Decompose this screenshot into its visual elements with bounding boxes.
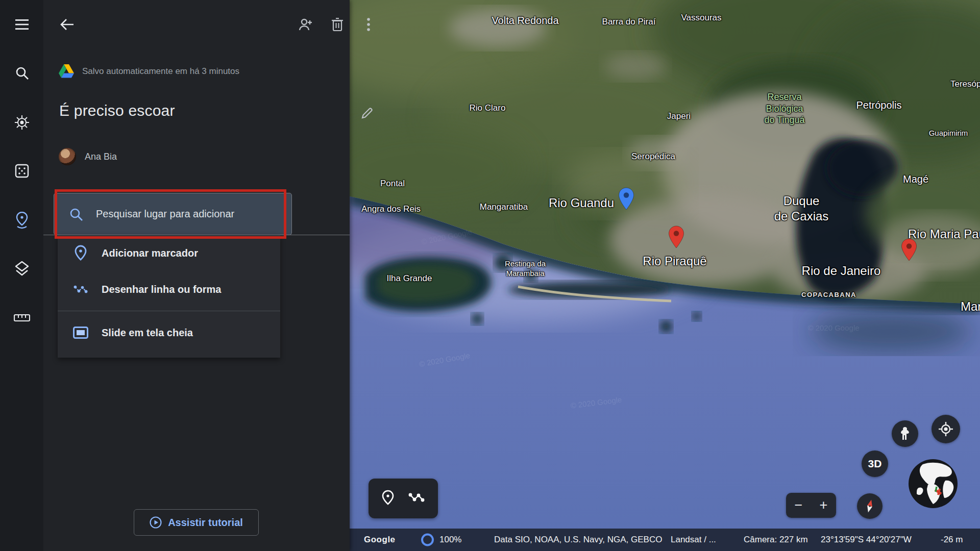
map-status-bar: Google 100% Data SIO, NOAA, U.S. Navy, N… (350, 529, 980, 551)
my-location-icon (939, 422, 953, 436)
project-title: É preciso escoar (59, 102, 175, 119)
voyager-wheel-icon (14, 115, 30, 130)
globe-overview-button[interactable] (908, 458, 959, 509)
add-placemark-icon (73, 245, 88, 261)
sidebar-item-measure[interactable] (0, 302, 43, 334)
data-source-ring-icon[interactable] (421, 534, 434, 546)
map-label: Petrópolis (856, 99, 902, 112)
map-label: Rio Claro (470, 103, 506, 113)
autosave-text: Salvo automaticamente em há 3 minutos (82, 66, 239, 77)
map-label: Rio Maria Pau (908, 227, 980, 242)
map-label: Mangaratiba (480, 202, 528, 212)
pencil-icon (361, 107, 373, 119)
projects-pin-icon (14, 212, 30, 229)
zoom-in-button[interactable]: + (811, 493, 836, 518)
main-menu-button[interactable] (0, 8, 43, 41)
imagery-zoom-percent: 100% (439, 535, 461, 545)
edit-title-button[interactable] (355, 101, 379, 126)
back-button[interactable] (55, 12, 79, 37)
person-add-icon (299, 18, 313, 31)
google-earth-app: Volta RedondaBarra do PiraíVassourasTere… (0, 0, 980, 551)
map-copyright-watermark: © 2020 Google (419, 351, 471, 368)
search-place-input[interactable]: Pesquisar lugar para adicionar (54, 193, 292, 235)
compass-button[interactable] (857, 493, 883, 519)
map-label: Angra dos Reis (361, 204, 421, 214)
my-location-button[interactable] (932, 415, 960, 443)
map-label: Volta Redonda (492, 14, 558, 27)
menu-item-draw-line[interactable]: Desenhar linha ou forma (58, 271, 280, 307)
placemark-tool-icon[interactable] (381, 490, 395, 507)
map-label: Rio de Janeiro (802, 263, 881, 279)
search-icon (69, 208, 83, 221)
map-label: Magé (903, 173, 928, 186)
map-label: Rio Guandu (549, 195, 614, 211)
3d-label: 3D (868, 458, 882, 470)
layers-icon (14, 261, 30, 277)
sidebar-item-search[interactable] (0, 57, 43, 89)
more-options-button[interactable] (356, 12, 381, 37)
sidebar-item-feeling-lucky[interactable] (0, 155, 43, 187)
google-logo: Google (364, 535, 396, 545)
measure-ruler-icon (14, 313, 30, 322)
map-label: Restinga daMarambaia (505, 259, 546, 279)
map-label: COPACABANA (801, 291, 856, 299)
trash-icon (332, 18, 343, 31)
cursor-elevation: -26 m (941, 535, 963, 545)
draw-line-tool-icon[interactable] (408, 492, 425, 505)
watch-tutorial-button[interactable]: Assistir tutorial (134, 509, 259, 536)
menu-item-label: Adicionar marcador (102, 247, 198, 259)
pegman-button[interactable] (892, 420, 918, 447)
map-label: Rio Piraquê (643, 254, 706, 269)
attribution-data: Data SIO, NOAA, U.S. Navy, NGA, GEBCO (494, 535, 662, 545)
map-marker-red[interactable] (669, 226, 684, 251)
google-drive-icon (59, 64, 74, 78)
map-label: Barra do Piraí (602, 16, 656, 27)
watch-tutorial-label: Assistir tutorial (168, 517, 243, 529)
menu-item-fullscreen-slide[interactable]: Slide em tela cheia (58, 315, 280, 350)
project-owner: Ana Bia (59, 148, 117, 165)
panel-header (43, 0, 350, 49)
search-placeholder: Pesquisar lugar para adicionar (96, 208, 234, 220)
sidebar-item-projects[interactable] (0, 204, 43, 237)
share-project-button[interactable] (293, 12, 318, 37)
owner-avatar (59, 148, 76, 165)
zoom-control: − + (786, 493, 836, 518)
project-details-panel: Salvo automaticamente em há 3 minutos É … (43, 0, 350, 551)
autosave-status: Salvo automaticamente em há 3 minutos (59, 64, 239, 78)
menu-item-add-placemark[interactable]: Adicionar marcador (58, 235, 280, 271)
map-label: Vassouras (681, 12, 721, 23)
menu-item-label: Slide em tela cheia (102, 327, 193, 339)
map-copyright-watermark: © 2020 Google (570, 395, 622, 410)
map-label: Mari (961, 299, 980, 314)
pegman-icon (899, 427, 911, 441)
map-copyright-watermark: © 2020 Google (807, 323, 859, 332)
feeling-lucky-dice-icon (15, 164, 29, 178)
map-marker-blue[interactable] (619, 187, 634, 212)
map-label: Pontal (380, 178, 405, 189)
draw-line-icon (73, 284, 88, 295)
play-circle-icon (150, 516, 162, 529)
globe-icon (908, 458, 959, 509)
map-marker-red[interactable] (901, 238, 917, 263)
sidebar-item-map-style-layers[interactable] (0, 253, 43, 285)
sidebar-item-voyager[interactable] (0, 106, 43, 139)
map-label: Japeri (667, 111, 691, 121)
camera-altitude: Câmera: 227 km (744, 535, 808, 545)
fullscreen-slide-icon (73, 327, 88, 339)
map-copyright-watermark: © 2020 Google (421, 227, 473, 246)
search-icon (15, 66, 29, 80)
map-label: ReservaBiológicado Tinguá (764, 91, 804, 126)
owner-name: Ana Bia (85, 152, 117, 162)
3d-toggle-button[interactable]: 3D (862, 450, 888, 477)
menu-icon (15, 19, 29, 30)
delete-project-button[interactable] (325, 12, 350, 37)
map-label: Ilha Grande (387, 273, 432, 284)
draw-toolbar (369, 479, 438, 518)
menu-divider (58, 311, 280, 311)
add-to-project-menu: Adicionar marcador Desenhar linha ou for… (58, 235, 280, 358)
map-viewport[interactable]: Volta RedondaBarra do PiraíVassourasTere… (350, 0, 980, 551)
attribution-landsat: Landsat / ... (671, 535, 716, 545)
zoom-out-button[interactable]: − (786, 493, 811, 518)
kebab-menu-icon (367, 18, 370, 31)
compass-needle-icon (862, 498, 877, 514)
